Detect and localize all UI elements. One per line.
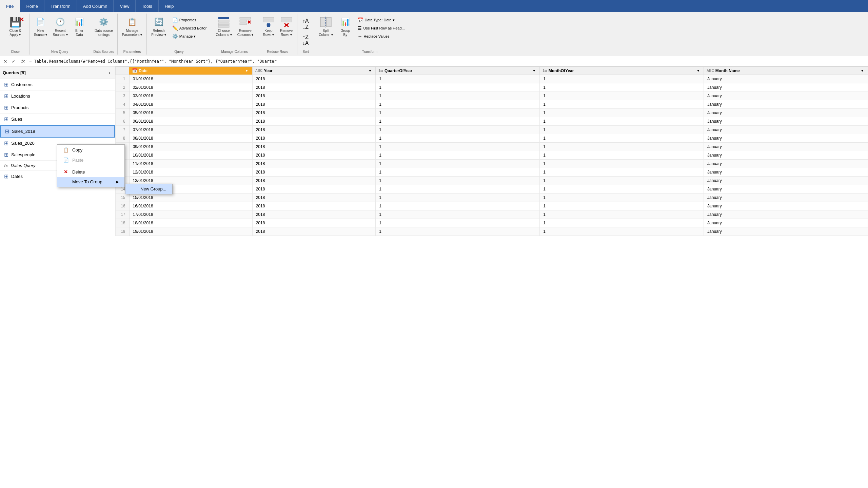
col-header-date[interactable]: 📅 Date ▼ [129, 67, 253, 75]
advanced-editor-button[interactable]: ✏️ Advanced Editor [170, 24, 209, 32]
table-row[interactable]: 17 17/01/2018 2018 1 1 January [116, 210, 868, 219]
table-row[interactable]: 12 12/01/2018 2018 1 1 January [116, 168, 868, 177]
year-filter-button[interactable]: ▼ [367, 68, 373, 73]
use-first-row-label: Use First Row as Head... [363, 26, 405, 30]
tab-home[interactable]: Home [20, 0, 44, 12]
table-row[interactable]: 2 02/01/2018 2018 1 1 January [116, 83, 868, 92]
enter-data-button[interactable]: 📊 EnterData [71, 14, 88, 39]
ctx-move-to-group[interactable]: Move To Group ▶ [57, 177, 124, 187]
month-cell: 1 [540, 100, 704, 109]
collapse-panel-button[interactable]: ‹ [106, 68, 112, 77]
date-cell: 06/01/2018 [129, 117, 253, 126]
quarter-filter-button[interactable]: ▼ [531, 68, 537, 73]
table-row[interactable]: 10 10/01/2018 2018 1 1 January [116, 151, 868, 160]
formula-confirm-button[interactable]: ✓ [10, 58, 17, 65]
table-row[interactable]: 9 09/01/2018 2018 1 1 January [116, 143, 868, 151]
table-row[interactable]: 11 11/01/2018 2018 1 1 January [116, 160, 868, 168]
replace-values-button[interactable]: ↔ Replace Values [355, 33, 423, 40]
row-number: 1 [116, 75, 129, 83]
ctx-delete[interactable]: ✕ Delete [57, 167, 124, 177]
use-first-row-button[interactable]: ☰ Use First Row as Head... [355, 24, 423, 32]
data-type-button[interactable]: 📅 Data Type: Date ▾ [355, 16, 423, 24]
new-source-button[interactable]: 📄 NewSource ▾ [32, 14, 50, 39]
monthname-cell: January [704, 109, 868, 117]
replace-values-label: Replace Values [363, 34, 389, 38]
table-row[interactable]: 8 08/01/2018 2018 1 1 January [116, 134, 868, 143]
manage-columns-group-label: Manage Columns [213, 49, 256, 55]
ctx-delete-label: Delete [72, 169, 85, 175]
quarter-cell: 1 [376, 219, 540, 227]
manage-button[interactable]: ⚙️ Manage ▾ [170, 33, 209, 40]
monthname-cell: January [704, 100, 868, 109]
ctx-new-group[interactable]: New Group... [125, 184, 172, 194]
tab-help[interactable]: Help [159, 0, 180, 12]
month-filter-button[interactable]: ▼ [695, 68, 701, 73]
table-row[interactable]: 18 18/01/2018 2018 1 1 January [116, 219, 868, 227]
query-label-customers: Customers [11, 82, 33, 87]
quarter-cell: 1 [376, 185, 540, 194]
properties-button[interactable]: 📄 Properties [170, 16, 209, 24]
remove-rows-button[interactable]: RemoveRows ▾ [278, 14, 295, 39]
table-row[interactable]: 3 03/01/2018 2018 1 1 January [116, 92, 868, 100]
ribbon-group-query: 🔄 RefreshPreview ▾ 📄 Properties ✏️ Advan… [147, 14, 211, 55]
use-first-row-icon: ☰ [357, 25, 362, 31]
manage-label: Manage ▾ [179, 34, 196, 39]
choose-columns-button[interactable]: ChooseColumns ▾ [213, 14, 234, 39]
table-row[interactable]: 19 19/01/2018 2018 1 1 January [116, 227, 868, 236]
table-row[interactable]: 1 01/01/2018 2018 1 1 January [116, 75, 868, 83]
monthname-cell: January [704, 194, 868, 202]
col-header-quarter[interactable]: 1₂₃ QuarterOfYear ▼ [376, 67, 540, 75]
tab-add-column[interactable]: Add Column [77, 0, 114, 12]
query-item-customers[interactable]: ⊞ Customers [0, 79, 115, 90]
refresh-preview-icon: 🔄 [153, 16, 165, 28]
group-by-button[interactable]: 📊 GroupBy [337, 14, 354, 39]
keep-rows-icon [262, 16, 275, 28]
table-row[interactable]: 5 05/01/2018 2018 1 1 January [116, 109, 868, 117]
recent-sources-button[interactable]: 🕐 RecentSources ▾ [50, 14, 70, 39]
keep-rows-button[interactable]: KeepRows ▾ [260, 14, 277, 39]
data-source-settings-button[interactable]: ⚙️ Data sourcesettings [92, 14, 115, 39]
table-row[interactable]: 6 06/01/2018 2018 1 1 January [116, 117, 868, 126]
quarter-cell: 1 [376, 83, 540, 92]
table-row[interactable]: 4 04/01/2018 2018 1 1 January [116, 100, 868, 109]
tab-view[interactable]: View [114, 0, 136, 12]
sort-desc-button[interactable]: ↑Z↓A [299, 33, 312, 48]
sort-asc-button[interactable]: ↑A↓Z [299, 16, 312, 32]
year-cell: 2018 [252, 109, 376, 117]
year-cell: 2018 [252, 143, 376, 151]
formula-cancel-button[interactable]: ✕ [2, 58, 9, 65]
tab-transform[interactable]: Transform [44, 0, 77, 12]
year-cell: 2018 [252, 185, 376, 194]
table-row[interactable]: 13 13/01/2018 2018 1 1 January [116, 177, 868, 185]
refresh-preview-button[interactable]: 🔄 RefreshPreview ▾ [149, 14, 168, 39]
col-header-year[interactable]: ABC Year ▼ [252, 67, 376, 75]
year-type-icon: ABC [255, 69, 263, 73]
tab-file[interactable]: File [0, 0, 20, 12]
query-item-sales2019[interactable]: ⊞ Sales_2019 [0, 125, 115, 138]
tab-tools[interactable]: Tools [136, 0, 158, 12]
table-row[interactable]: 15 15/01/2018 2018 1 1 January [116, 194, 868, 202]
date-filter-button[interactable]: ▼ [244, 68, 250, 73]
table-row[interactable]: 7 07/01/2018 2018 1 1 January [116, 126, 868, 134]
remove-rows-label: RemoveRows ▾ [280, 29, 293, 37]
table-row[interactable]: 16 16/01/2018 2018 1 1 January [116, 202, 868, 210]
split-column-button[interactable]: SplitColumn ▾ [316, 14, 335, 39]
date-cell: 08/01/2018 [129, 134, 253, 143]
date-cell: 02/01/2018 [129, 83, 253, 92]
monthname-cell: January [704, 227, 868, 236]
table-row[interactable]: 14 14/01/2018 2018 1 1 January [116, 185, 868, 194]
remove-columns-button[interactable]: RemoveColumns ▾ [235, 14, 256, 39]
query-item-sales[interactable]: ⊞ Sales [0, 114, 115, 125]
monthname-filter-button[interactable]: ▼ [860, 68, 865, 73]
queries-title: Queries [9] [3, 70, 26, 75]
query-item-locations[interactable]: ⊞ Locations [0, 90, 115, 102]
query-item-products[interactable]: ⊞ Products [0, 102, 115, 114]
col-header-monthname[interactable]: ABC Month Name ▼ [704, 67, 868, 75]
close-apply-button[interactable]: 💾 ✕ Close &Apply ▾ [3, 14, 27, 39]
col-header-month[interactable]: 1₂₃ MonthOfYear ▼ [540, 67, 704, 75]
manage-parameters-button[interactable]: 📋 ManageParameters ▾ [120, 14, 144, 39]
data-area[interactable]: 📅 Date ▼ ABC Year ▼ [115, 66, 868, 488]
manage-icon: ⚙️ [172, 34, 178, 39]
quarter-cell: 1 [376, 134, 540, 143]
ctx-copy[interactable]: 📋 Copy [57, 145, 124, 155]
